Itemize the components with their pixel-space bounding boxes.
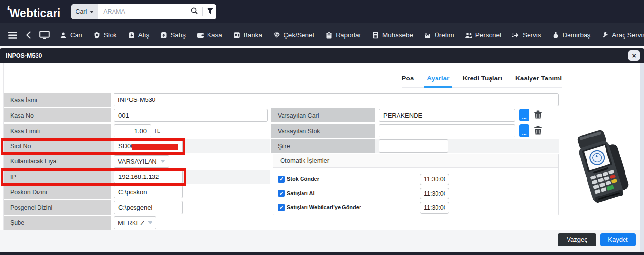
kasa-no-input[interactable] xyxy=(114,109,268,122)
varsayilan-stok-input[interactable] xyxy=(379,124,515,137)
menu-item-banka[interactable]: Banka xyxy=(228,28,266,41)
tab-ayarlar[interactable]: Ayarlar xyxy=(427,75,449,82)
filter-funnel-icon[interactable] xyxy=(207,7,214,17)
sube-select[interactable]: MERKEZ xyxy=(114,216,156,229)
menu-item-personel[interactable]: Personel xyxy=(460,28,506,41)
menu-label: Alış xyxy=(138,31,150,39)
menu-label: Demirbaş xyxy=(563,31,591,39)
field-label: Kasa Limiti xyxy=(4,124,111,138)
row-varsayilan-cari: Varsayılan Cari ... xyxy=(271,108,559,122)
menu-item-stok[interactable]: Stok xyxy=(89,28,121,41)
satislari-al-time-input[interactable] xyxy=(420,188,449,199)
app-screen: ‘Webticari Cari Cari Stok Alış Satış Kas… xyxy=(0,0,644,255)
search-input[interactable] xyxy=(98,4,187,19)
tab-pos[interactable]: Pos xyxy=(402,75,414,82)
chevron-down-icon xyxy=(148,221,152,224)
search-category-dropdown[interactable]: Cari xyxy=(71,4,98,19)
window-title: INPOS-M530 xyxy=(6,52,42,59)
menu-label: Muhasebe xyxy=(382,31,413,39)
wrench-icon xyxy=(601,31,609,39)
menu-label: Çek/Senet xyxy=(284,31,314,39)
right-edge-strip xyxy=(640,63,644,252)
field-label: Posgenel Dizini xyxy=(4,200,111,215)
row-posgenel-dizini: Posgenel Dizini xyxy=(4,200,270,215)
menu-item-arac-servis[interactable]: Araç Servis xyxy=(597,28,644,41)
asset-icon xyxy=(552,31,560,39)
menu-item-muhasebe[interactable]: Muhasebe xyxy=(367,28,417,41)
top-bar: ‘Webticari Cari xyxy=(0,0,644,23)
back-chevron-icon[interactable] xyxy=(22,28,34,41)
search-icon[interactable] xyxy=(190,7,198,17)
safe-icon xyxy=(233,31,241,39)
close-button[interactable]: × xyxy=(628,50,640,61)
field-label: Sicil No xyxy=(4,139,111,153)
shield-icon xyxy=(93,31,101,39)
varsayilan-cari-input[interactable] xyxy=(379,109,515,122)
save-button[interactable]: Kaydet xyxy=(600,233,636,246)
row-kullanilacak-fiyat: Kullanılacak Fiyat VARSAYILAN xyxy=(4,154,270,168)
browse-cari-button[interactable]: ... xyxy=(519,109,529,121)
sifre-input[interactable] xyxy=(379,139,448,153)
global-search: Cari xyxy=(71,4,216,19)
menu-label: Banka xyxy=(244,31,262,39)
field-label: Varsayılan Cari xyxy=(271,108,375,122)
satislari-gonder-checkbox[interactable]: ✓ xyxy=(278,204,285,211)
menu-item-alis[interactable]: Alış xyxy=(123,28,154,41)
menu-label: Üretim xyxy=(435,31,454,39)
kasa-ismi-input[interactable] xyxy=(114,93,559,106)
footer-area xyxy=(0,230,640,252)
menu-label: Servis xyxy=(523,31,541,39)
menu-item-cari[interactable]: Cari xyxy=(55,28,87,41)
poskon-dizini-input[interactable] xyxy=(114,185,183,198)
auto-task-label: Stok Gönder xyxy=(287,176,319,182)
menu-label: Satış xyxy=(170,31,186,39)
field-label: Şube xyxy=(4,216,111,230)
menu-label: Cari xyxy=(70,31,82,39)
kasa-limiti-input[interactable] xyxy=(114,124,151,137)
hamburger-menu-icon[interactable] xyxy=(5,29,20,41)
browse-stok-button[interactable]: ... xyxy=(519,124,529,137)
field-label: Kullanılacak Fiyat xyxy=(4,154,111,168)
field-label: Varsayılan Stok xyxy=(271,124,375,138)
posgenel-dizini-input[interactable] xyxy=(114,201,183,214)
field-label: Kasa No xyxy=(4,108,111,122)
row-ip: IP xyxy=(4,170,270,184)
menu-item-kasa[interactable]: Kasa xyxy=(192,28,227,41)
people-icon xyxy=(465,31,473,39)
row-sube: Şube MERKEZ xyxy=(4,216,270,230)
calculator-icon xyxy=(372,31,379,39)
currency-suffix: TL xyxy=(154,128,160,134)
auto-row-stok-gonder: ✓ Stok Gönder xyxy=(273,174,558,185)
menu-item-demirbas[interactable]: Demirbaş xyxy=(548,28,595,41)
menu-item-uretim[interactable]: Üretim xyxy=(419,28,458,41)
menu-item-satis[interactable]: Satış xyxy=(155,28,190,41)
clear-cari-trash-icon[interactable] xyxy=(533,110,543,120)
menu-label: Personel xyxy=(475,31,501,39)
menu-item-raporlar[interactable]: Raporlar xyxy=(321,28,365,41)
webticari-logo: ‘Webticari xyxy=(7,3,60,20)
field-label: Şifre xyxy=(271,139,375,153)
field-label: Poskon Dizini xyxy=(4,185,111,199)
cancel-button[interactable]: Vazgeç xyxy=(558,233,596,246)
tab-kredi-tuslari[interactable]: Kredi Tuşları xyxy=(462,75,502,82)
satislari-al-checkbox[interactable]: ✓ xyxy=(278,190,285,197)
menu-item-cek-senet[interactable]: Çek/Senet xyxy=(268,28,319,41)
menu-label: Araç Servis xyxy=(612,31,644,39)
row-poskon-dizini: Poskon Dizini xyxy=(4,185,270,199)
menu-item-servis[interactable]: Servis xyxy=(508,28,546,41)
satislari-gonder-time-input[interactable] xyxy=(420,202,449,214)
row-sifre: Şifre xyxy=(271,139,559,153)
kullanilacak-fiyat-select[interactable]: VARSAYILAN xyxy=(114,155,169,168)
field-label: Kasa İsmi xyxy=(4,93,111,107)
select-value: VARSAYILAN xyxy=(118,158,157,165)
row-kasa-no: Kasa No xyxy=(4,108,270,122)
clear-stok-trash-icon[interactable] xyxy=(533,125,543,136)
person-icon xyxy=(59,31,67,39)
stok-gonder-checkbox[interactable]: ✓ xyxy=(278,176,285,183)
ip-input[interactable] xyxy=(114,170,183,183)
wallet-icon xyxy=(196,31,204,39)
screens-monitor-icon[interactable] xyxy=(36,28,53,42)
stok-gonder-time-input[interactable] xyxy=(420,174,449,185)
window-title-bar: INPOS-M530 × xyxy=(0,48,644,63)
arrow-up-circle-icon xyxy=(160,31,168,39)
